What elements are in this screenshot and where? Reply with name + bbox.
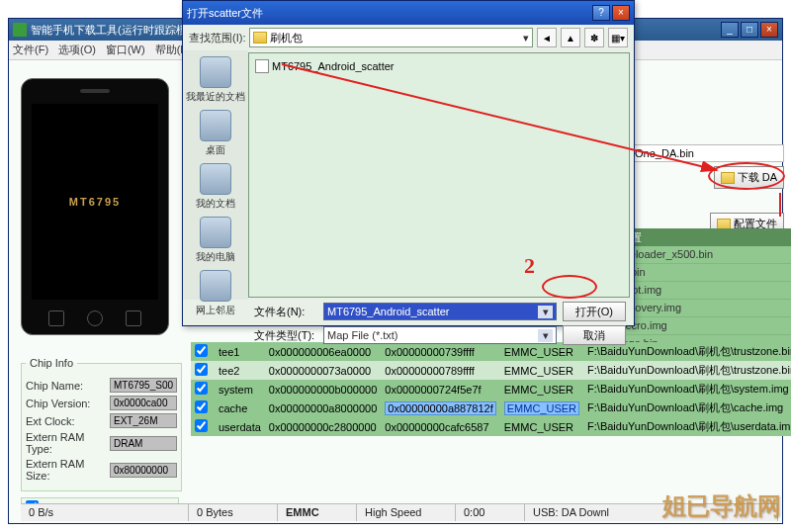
dialog-titlebar: 打开scatter文件 ? × [183, 1, 634, 25]
file-icon [255, 59, 269, 73]
chip-info-legend: Chip Info [26, 357, 77, 369]
lookin-label: 查找范围(I): [189, 31, 245, 45]
up-button[interactable]: ▲ [561, 28, 580, 47]
row-name: cache [215, 399, 265, 417]
chip-info-panel: Chip Info Chip Name:MT6795_S00 Chip Vers… [21, 357, 179, 516]
status-speed: 0 B/s [21, 504, 189, 521]
phone-panel: MT6795 [21, 78, 169, 335]
row-region: EMMC_USER [500, 380, 583, 399]
filename-label: 文件名(N): [254, 305, 317, 319]
sidebar-desktop[interactable]: 桌面 [198, 108, 233, 159]
chip-version-value: 0x0000ca00 [110, 396, 177, 410]
chip-name-value: MT6795_S00 [110, 378, 177, 393]
desktop-icon [200, 110, 231, 141]
newfolder-button[interactable]: ✽ [584, 28, 604, 47]
file-open-dialog: 打开scatter文件 ? × 查找范围(I): 刷机包 ▾ ◄ ▲ ✽ ▦▾ … [182, 0, 635, 326]
dropdown-icon[interactable]: ▾ [538, 329, 553, 342]
status-usb: USB: DA Downl [525, 504, 778, 521]
mydocs-icon [200, 163, 231, 195]
row-end: 0x00000000789ffff [381, 361, 499, 380]
phone-mockup: MT6795 [21, 78, 169, 335]
partition-row[interactable]: secro.img [616, 317, 791, 335]
table-row[interactable]: userdata0x00000000c28000000x00000000cafc… [191, 417, 791, 436]
row-checkbox[interactable] [195, 382, 208, 395]
row-path: F:\BaiduYunDownload\刷机包\trustzone.bin [583, 361, 791, 380]
table-row[interactable]: tee20x0000000073a00000x00000000789ffffEM… [191, 361, 791, 380]
partition-row[interactable]: preloader_x500.bin [616, 246, 791, 264]
partition-row[interactable]: lk.bin [616, 264, 791, 282]
dialog-help-button[interactable]: ? [592, 5, 610, 21]
phone-buttons [22, 310, 168, 326]
menu-window[interactable]: 窗口(W) [106, 43, 145, 57]
row-path: F:\BaiduYunDownload\刷机包\cache.img [583, 399, 791, 417]
row-checkbox[interactable] [195, 419, 208, 432]
sidebar-mycomputer[interactable]: 我的电脑 [194, 215, 237, 266]
phone-back-btn [126, 310, 141, 326]
menu-option[interactable]: 选项(O) [58, 43, 96, 57]
phone-screen: MT6795 [32, 104, 158, 300]
recent-icon [200, 56, 231, 88]
table-row[interactable]: system0x000000000b0000000x0000000724f5e7… [191, 380, 791, 399]
ext-clock-label: Ext Clock: [26, 415, 110, 427]
network-icon [200, 270, 231, 302]
status-time: 0:00 [456, 504, 525, 521]
statusbar: 0 B/s 0 Bytes EMMC High Speed 0:00 USB: … [21, 503, 778, 521]
maximize-button[interactable]: □ [741, 22, 758, 38]
phone-home-btn [87, 310, 103, 326]
dropdown-icon[interactable]: ▾ [538, 306, 553, 318]
row-region: EMMC_USER [500, 417, 583, 436]
sidebar-mydocs[interactable]: 我的文档 [194, 161, 237, 213]
ram-size-value: 0x80000000 [110, 463, 177, 478]
filename-combo[interactable]: MT6795_Android_scatter ▾ [323, 303, 557, 320]
row-checkbox[interactable] [195, 363, 208, 376]
file-item-name: MT6795_Android_scatter [272, 60, 395, 72]
back-button[interactable]: ◄ [537, 28, 557, 47]
row-region: EMMC_USER [500, 399, 583, 417]
folder-icon [253, 32, 267, 44]
file-list[interactable]: MT6795_Android_scatter [248, 52, 630, 298]
open-button[interactable]: 打开(O) [563, 302, 626, 321]
chip-name-label: Chip Name: [26, 380, 110, 392]
row-path: F:\BaiduYunDownload\刷机包\userdata.img [583, 417, 791, 436]
status-mode: EMMC [278, 504, 357, 521]
status-bytes: 0 Bytes [189, 504, 278, 521]
file-item[interactable]: MT6795_Android_scatter [253, 57, 625, 75]
row-end: 0x00000000a887812f [381, 399, 499, 417]
chip-version-label: Chip Version: [26, 398, 110, 409]
row-region: EMMC_USER [500, 361, 583, 380]
filetype-combo[interactable]: Map File (*.txt) ▾ [323, 326, 557, 344]
download-table: tee10x000000006ea00000x00000000739ffffEM… [191, 342, 784, 436]
download-da-button[interactable]: 下载 DA [714, 166, 784, 189]
right-panel: llInOne_DA.bin 下载 DA 配置文件 [616, 144, 784, 237]
partition-list: 位置 preloader_x500.bin lk.bin boot.img re… [616, 228, 791, 353]
filetype-label: 文件类型(T): [254, 328, 317, 343]
dialog-close-button[interactable]: × [612, 5, 630, 21]
ram-size-label: Extern RAM Size: [26, 458, 110, 482]
minimize-button[interactable]: _ [721, 22, 739, 38]
partition-row[interactable]: recovery.img [616, 300, 791, 317]
row-start: 0x00000000a8000000 [265, 399, 382, 417]
row-path: F:\BaiduYunDownload\刷机包\system.img [583, 380, 791, 399]
phone-menu-btn [48, 310, 64, 326]
table-row[interactable]: cache0x00000000a80000000x00000000a887812… [191, 399, 791, 417]
row-name: system [215, 380, 265, 399]
sidebar-network[interactable]: 网上邻居 [194, 268, 237, 319]
computer-icon [200, 217, 231, 248]
dialog-sidebar: 我最近的文档 桌面 我的文档 我的电脑 网上邻居 [183, 50, 248, 300]
views-button[interactable]: ▦▾ [608, 28, 628, 47]
ram-type-label: Extern RAM Type: [26, 431, 110, 455]
cancel-button[interactable]: 取消 [563, 325, 626, 345]
partition-row[interactable]: boot.img [616, 282, 791, 300]
filetype-value: Map File (*.txt) [327, 329, 398, 341]
row-checkbox[interactable] [195, 400, 208, 413]
close-button[interactable]: × [760, 22, 778, 38]
phone-model-text: MT6795 [69, 196, 121, 208]
row-end: 0x0000000724f5e7f [381, 380, 499, 399]
row-start: 0x000000000b000000 [265, 380, 382, 399]
dropdown-icon[interactable]: ▾ [523, 32, 529, 44]
phone-speaker [80, 89, 110, 93]
sidebar-recent[interactable]: 我最近的文档 [184, 54, 247, 106]
menu-file[interactable]: 文件(F) [13, 43, 48, 57]
lookin-combo[interactable]: 刷机包 ▾ [249, 28, 533, 47]
row-start: 0x00000000c2800000 [265, 417, 382, 436]
